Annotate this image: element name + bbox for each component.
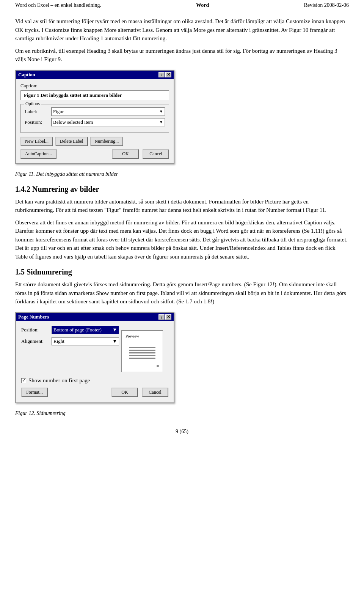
section-142-para-1: Det kan vara praktiskt att numrera bilde…: [15, 197, 349, 215]
figure11-caption: Figur 11. Det inbyggda sättet att numrer…: [15, 170, 349, 178]
pn-ok-cancel: OK Cancel: [111, 388, 168, 397]
position-dropdown-value: Below selected item: [53, 119, 93, 125]
pagenumbers-dialog-title: Page Numbers: [18, 314, 49, 320]
pn-position-row: Position: Bottom of page (Footer) ▼: [21, 326, 119, 334]
caption-ok-cancel: OK Cancel: [112, 149, 169, 159]
pagenumbers-close-btn[interactable]: ✕: [165, 314, 171, 320]
position-dropdown[interactable]: Below selected item ▼: [51, 118, 165, 126]
caption-ok-button[interactable]: OK: [112, 149, 139, 159]
pn-alignment-dropdown[interactable]: Right ▼: [52, 337, 119, 345]
pn-position-dropdown[interactable]: Bottom of page (Footer) ▼: [52, 326, 119, 334]
pn-alignment-arrow: ▼: [112, 338, 117, 344]
pn-checkbox-label: Show number on first page: [28, 377, 90, 384]
caption-dialog-close-btn[interactable]: ✕: [165, 72, 171, 77]
pn-checkbox-row: ✓ Show number on first page: [21, 377, 168, 384]
page-header: Word och Excel – en enkel handledning. W…: [15, 0, 349, 10]
header-right: Revision 2008-02-06: [304, 2, 349, 8]
pn-preview-label: Preview: [126, 334, 139, 338]
pn-alignment-row: Alignment: Right ▼: [21, 337, 119, 345]
caption-dialog-titlebar-buttons: ? ✕: [158, 72, 171, 77]
caption-dialog-body: Caption: Figur 1 Det inbyggda sättet att…: [16, 79, 174, 163]
pn-line-4: [129, 355, 155, 356]
pn-cancel-button[interactable]: Cancel: [142, 388, 168, 397]
pn-position-arrow: ▼: [112, 327, 117, 333]
page-footer: 9 (65): [15, 429, 349, 435]
pn-alignment-value: Right: [53, 338, 64, 344]
section-142-heading: 1.4.2 Numrering av bilder: [15, 185, 349, 194]
label-row: Label: Figur ▼: [25, 107, 165, 116]
position-row: Position: Below selected item ▼: [25, 118, 165, 126]
position-field-label: Position:: [25, 119, 51, 125]
autocaption-button[interactable]: AutoCaption...: [20, 149, 56, 159]
pn-ok-button[interactable]: OK: [111, 388, 138, 397]
label-dropdown-arrow: ▼: [159, 109, 163, 114]
pn-preview-wrapper: Position: Bottom of page (Footer) ▼ Alig…: [21, 326, 168, 375]
section-142-para-2: Observera att det finns en annan inbyggd…: [15, 218, 349, 261]
pn-preview-area: Preview: [121, 330, 163, 372]
caption-label: Caption:: [20, 83, 169, 89]
caption-dialog: Caption ? ✕ Caption: Figur 1 Det inbyggd…: [15, 70, 174, 164]
pn-footer-row: Format... OK Cancel: [21, 388, 168, 397]
numbering-button[interactable]: Numbering...: [90, 137, 124, 146]
figure12-caption: Figur 12. Sidnumrering: [15, 409, 349, 417]
section-15-para-1: Ett större dokument skall givetvis förse…: [15, 280, 349, 306]
caption-cancel-button[interactable]: Cancel: [143, 149, 169, 159]
pagenumbers-dialog-titlebar: Page Numbers ? ✕: [16, 313, 174, 321]
pagenumbers-help-btn[interactable]: ?: [158, 314, 165, 320]
pn-show-checkbox[interactable]: ✓: [21, 378, 26, 383]
label-dropdown[interactable]: Figur ▼: [51, 107, 165, 116]
pagenumbers-dialog-body: Position: Bottom of page (Footer) ▼ Alig…: [16, 321, 174, 402]
options-group-title: Options: [24, 101, 41, 107]
label-field-label: Label:: [25, 109, 51, 115]
pn-alignment-label: Alignment:: [21, 338, 52, 344]
header-center: Word: [196, 2, 209, 8]
caption-dialog-help-btn[interactable]: ?: [158, 72, 165, 77]
intro-paragraph-2: Om en rubriknivå, till exempel Heading 3…: [15, 47, 349, 64]
position-dropdown-arrow: ▼: [159, 120, 163, 124]
pn-line-2: [129, 350, 155, 351]
pn-line-5: [129, 358, 155, 359]
pn-preview-dot: [157, 365, 159, 367]
header-left: Word och Excel – en enkel handledning.: [15, 2, 101, 8]
label-dropdown-value: Figur: [53, 109, 64, 115]
caption-buttons-row: New Label... Delete Label Numbering...: [20, 137, 169, 146]
caption-dialog-titlebar: Caption ? ✕: [16, 71, 174, 79]
caption-footer-row: AutoCaption... OK Cancel: [20, 149, 169, 159]
pn-position-value: Bottom of page (Footer): [53, 327, 102, 333]
pn-format-button[interactable]: Format...: [21, 388, 48, 397]
new-label-button[interactable]: New Label...: [20, 137, 53, 146]
section-15-heading: 1.5 Sidnumrering: [15, 268, 349, 276]
pn-line-3: [129, 352, 155, 353]
intro-paragraph-1: Vid val av stil för numrering följer tyv…: [15, 17, 349, 43]
caption-preview[interactable]: Figur 1 Det inbyggda sättet att numrera …: [20, 90, 169, 100]
options-group: Options Label: Figur ▼ Position: Below s…: [20, 104, 169, 133]
pagenumbers-titlebar-buttons: ? ✕: [158, 314, 171, 320]
pn-position-label: Position:: [21, 327, 52, 333]
pn-line-1: [129, 347, 155, 348]
pn-preview-lines: [129, 347, 155, 359]
pagenumbers-dialog: Page Numbers ? ✕ Position: Bottom of pag…: [15, 312, 174, 403]
delete-label-button[interactable]: Delete Label: [55, 137, 88, 146]
caption-dialog-title: Caption: [18, 72, 35, 78]
